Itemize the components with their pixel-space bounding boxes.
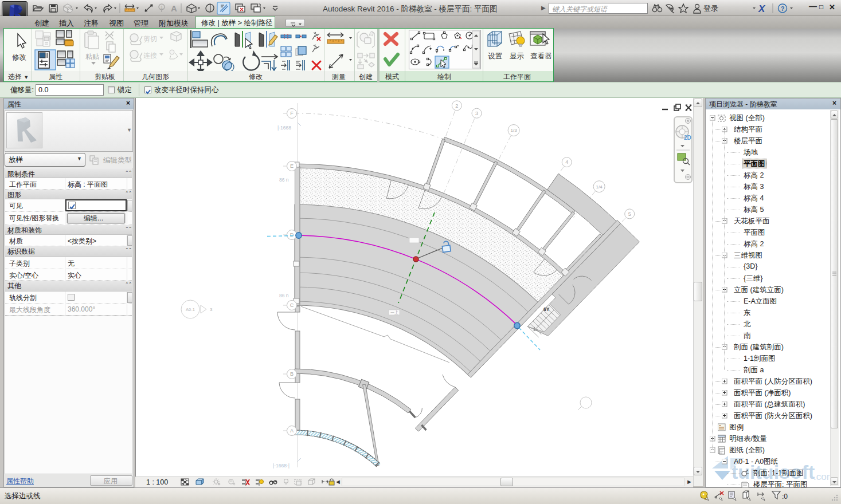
svg-text:剪切: 剪切 [143, 35, 157, 43]
svg-text:4: 4 [565, 159, 568, 165]
svg-text:查看器: 查看器 [530, 52, 552, 60]
svg-text:A0-1: A0-1 [186, 307, 195, 312]
svg-text:A: A [290, 428, 294, 434]
svg-text:86 n: 86 n [279, 293, 289, 298]
svg-text:C: C [290, 302, 294, 308]
svg-text:3: 3 [210, 307, 213, 312]
svg-text:登录: 登录 [703, 4, 718, 13]
svg-text:D: D [290, 232, 294, 238]
svg-text:1: 1 [161, 5, 163, 9]
svg-text:|-1668-|: |-1668-| [273, 463, 290, 468]
svg-text:修改: 修改 [12, 53, 26, 61]
svg-text:2: 2 [455, 103, 458, 109]
svg-text:A: A [171, 3, 177, 13]
svg-text:显示: 显示 [510, 52, 525, 60]
svg-text::0: :0 [782, 493, 788, 501]
svg-text:5: 5 [628, 211, 631, 217]
svg-text:E: E [290, 163, 294, 169]
svg-text:2D: 2D [684, 135, 691, 141]
svg-text:1/3: 1/3 [511, 128, 518, 133]
svg-text:?: ? [781, 5, 785, 12]
svg-text:|-1668: |-1668 [277, 125, 291, 131]
svg-text:连接: 连接 [143, 52, 157, 60]
svg-text:一上: 一上 [390, 310, 398, 314]
svg-text:设置: 设置 [488, 52, 503, 60]
svg-text:X: X [758, 3, 766, 14]
svg-text:F: F [290, 111, 294, 116]
svg-text:B: B [290, 371, 294, 377]
svg-text:6Y: 6Y [543, 306, 550, 312]
svg-text:1/4: 1/4 [596, 184, 603, 190]
svg-text:86 n: 86 n [279, 177, 289, 183]
svg-text:粘贴: 粘贴 [85, 53, 99, 61]
svg-text:3: 3 [475, 111, 478, 116]
